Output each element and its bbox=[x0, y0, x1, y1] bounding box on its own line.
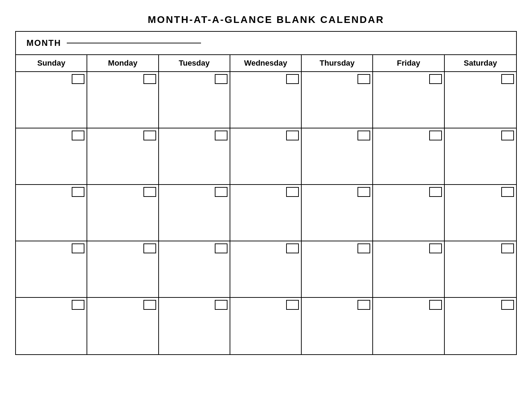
month-line bbox=[67, 43, 201, 43]
date-box bbox=[286, 187, 299, 197]
date-box bbox=[143, 300, 156, 310]
cell-r2-c7[interactable] bbox=[445, 128, 516, 184]
date-box bbox=[429, 131, 442, 140]
cell-r2-c1[interactable] bbox=[16, 128, 87, 184]
date-box bbox=[357, 187, 370, 197]
cell-r3-c4[interactable] bbox=[230, 185, 302, 241]
date-box bbox=[501, 74, 514, 84]
cell-r5-c7[interactable] bbox=[445, 298, 516, 354]
date-box bbox=[72, 187, 84, 197]
cell-r1-c5[interactable] bbox=[302, 72, 373, 128]
date-box bbox=[429, 74, 442, 84]
date-box bbox=[72, 131, 84, 140]
date-box bbox=[429, 187, 442, 197]
day-header-wednesday: Wednesday bbox=[230, 55, 302, 71]
cell-r5-c6[interactable] bbox=[373, 298, 444, 354]
calendar-title: MONTH-AT-A-GLANCE BLANK CALENDAR bbox=[15, 14, 517, 25]
date-box bbox=[215, 300, 227, 310]
date-box bbox=[357, 131, 370, 140]
date-box bbox=[72, 74, 84, 84]
cell-r3-c3[interactable] bbox=[159, 185, 230, 241]
cell-r1-c3[interactable] bbox=[159, 72, 230, 128]
cell-r3-c5[interactable] bbox=[302, 185, 373, 241]
date-box bbox=[286, 300, 299, 310]
date-box bbox=[286, 131, 299, 140]
date-box bbox=[357, 243, 370, 253]
calendar-grid bbox=[16, 72, 516, 354]
cell-r2-c6[interactable] bbox=[373, 128, 444, 184]
month-label: MONTH bbox=[26, 38, 61, 48]
cell-r1-c2[interactable] bbox=[87, 72, 159, 128]
date-box bbox=[143, 131, 156, 140]
calendar-row-2 bbox=[16, 128, 516, 185]
calendar-row-3 bbox=[16, 185, 516, 241]
cell-r5-c2[interactable] bbox=[87, 298, 159, 354]
calendar-row-1 bbox=[16, 72, 516, 128]
cell-r1-c6[interactable] bbox=[373, 72, 444, 128]
cell-r5-c5[interactable] bbox=[302, 298, 373, 354]
date-box bbox=[286, 243, 299, 253]
date-box bbox=[501, 300, 514, 310]
date-box bbox=[215, 243, 227, 253]
cell-r1-c4[interactable] bbox=[230, 72, 302, 128]
day-header-saturday: Saturday bbox=[445, 55, 516, 71]
cell-r5-c3[interactable] bbox=[159, 298, 230, 354]
calendar-row-4 bbox=[16, 241, 516, 298]
cell-r5-c1[interactable] bbox=[16, 298, 87, 354]
date-box bbox=[215, 187, 227, 197]
date-box bbox=[143, 187, 156, 197]
date-box bbox=[72, 300, 84, 310]
cell-r4-c3[interactable] bbox=[159, 241, 230, 297]
date-box bbox=[357, 300, 370, 310]
cell-r3-c6[interactable] bbox=[373, 185, 444, 241]
day-header-thursday: Thursday bbox=[302, 55, 373, 71]
cell-r4-c6[interactable] bbox=[373, 241, 444, 297]
date-box bbox=[143, 74, 156, 84]
day-header-monday: Monday bbox=[87, 55, 159, 71]
date-box bbox=[286, 74, 299, 84]
month-header: MONTH bbox=[16, 32, 516, 55]
calendar-row-5 bbox=[16, 298, 516, 354]
day-header-tuesday: Tuesday bbox=[159, 55, 230, 71]
date-box bbox=[429, 243, 442, 253]
page-wrapper: MONTH-AT-A-GLANCE BLANK CALENDAR MONTH S… bbox=[8, 7, 524, 362]
cell-r1-c1[interactable] bbox=[16, 72, 87, 128]
cell-r2-c5[interactable] bbox=[302, 128, 373, 184]
day-header-friday: Friday bbox=[373, 55, 444, 71]
date-box bbox=[143, 243, 156, 253]
date-box bbox=[501, 187, 514, 197]
cell-r2-c3[interactable] bbox=[159, 128, 230, 184]
cell-r2-c4[interactable] bbox=[230, 128, 302, 184]
date-box bbox=[215, 131, 227, 140]
cell-r4-c7[interactable] bbox=[445, 241, 516, 297]
cell-r4-c5[interactable] bbox=[302, 241, 373, 297]
cell-r4-c4[interactable] bbox=[230, 241, 302, 297]
day-header-sunday: Sunday bbox=[16, 55, 87, 71]
days-header: Sunday Monday Tuesday Wednesday Thursday… bbox=[16, 55, 516, 72]
cell-r2-c2[interactable] bbox=[87, 128, 159, 184]
cell-r3-c1[interactable] bbox=[16, 185, 87, 241]
calendar-container: MONTH Sunday Monday Tuesday Wednesday Th… bbox=[15, 31, 517, 355]
date-box bbox=[429, 300, 442, 310]
date-box bbox=[215, 74, 227, 84]
cell-r4-c2[interactable] bbox=[87, 241, 159, 297]
cell-r4-c1[interactable] bbox=[16, 241, 87, 297]
cell-r3-c7[interactable] bbox=[445, 185, 516, 241]
cell-r3-c2[interactable] bbox=[87, 185, 159, 241]
date-box bbox=[72, 243, 84, 253]
cell-r5-c4[interactable] bbox=[230, 298, 302, 354]
date-box bbox=[501, 131, 514, 140]
date-box bbox=[357, 74, 370, 84]
date-box bbox=[501, 243, 514, 253]
cell-r1-c7[interactable] bbox=[445, 72, 516, 128]
